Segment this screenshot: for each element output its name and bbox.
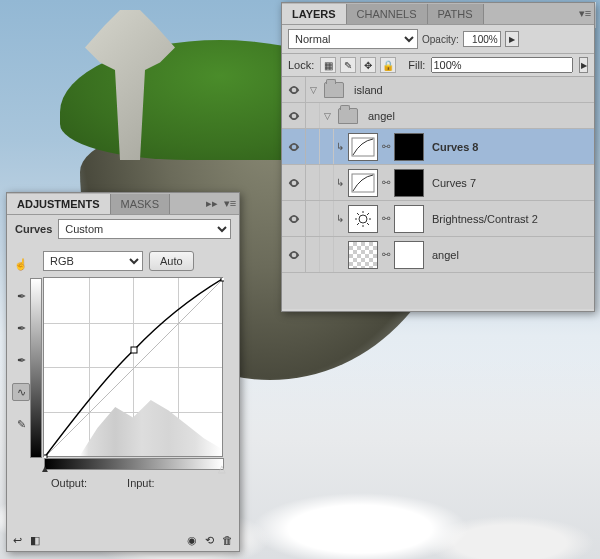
visibility-icon[interactable] — [282, 165, 306, 200]
link-icon[interactable]: ⚯ — [382, 249, 390, 260]
reset-icon[interactable]: ⟲ — [205, 534, 214, 547]
lock-label: Lock: — [288, 59, 314, 71]
input-label: Input: — [127, 477, 155, 489]
layer-curves8[interactable]: ↳ ⚯ Curves 8 — [282, 129, 594, 165]
opacity-input[interactable] — [463, 31, 501, 47]
fill-input[interactable] — [431, 57, 573, 73]
eyedropper-white-icon[interactable]: ✒ — [12, 351, 30, 369]
edit-points-icon[interactable]: ∿ — [12, 383, 30, 401]
tab-layers[interactable]: LAYERS — [282, 4, 347, 24]
curves-graph[interactable]: ▲ △ — [43, 277, 223, 457]
channel-select[interactable]: RGB — [43, 251, 143, 271]
auto-button[interactable]: Auto — [149, 251, 194, 271]
svg-line-10 — [357, 223, 359, 225]
eyedropper-gray-icon[interactable]: ✒ — [12, 319, 30, 337]
panel-menu-icon[interactable]: ▾≡ — [576, 7, 594, 20]
layers-tabbar: LAYERS CHANNELS PATHS ▾≡ — [282, 3, 594, 25]
adjustments-tabbar: ADJUSTMENTS MASKS ▸▸ ▾≡ — [7, 193, 239, 215]
layer-list: ▽ island ▽ angel ↳ ⚯ Curves 8 ↳ ⚯ — [282, 77, 594, 309]
targeted-adjust-icon[interactable]: ☝ — [12, 255, 30, 273]
lock-paint-icon[interactable]: ✎ — [340, 57, 356, 73]
fill-arrow-icon[interactable]: ▶ — [579, 57, 588, 73]
eyedropper-black-icon[interactable]: ✒ — [12, 287, 30, 305]
layer-curves7[interactable]: ↳ ⚯ Curves 7 — [282, 165, 594, 201]
folder-icon — [324, 82, 344, 98]
draw-curve-icon[interactable]: ✎ — [12, 415, 30, 433]
adjustment-title: Curves — [15, 223, 52, 235]
visibility-icon[interactable] — [282, 77, 306, 102]
visibility-icon[interactable] — [282, 129, 306, 164]
curve-line[interactable] — [44, 278, 224, 458]
link-icon[interactable]: ⚯ — [382, 213, 390, 224]
white-slider-icon[interactable]: △ — [218, 463, 226, 474]
svg-line-11 — [44, 278, 224, 458]
layer-name: Brightness/Contrast 2 — [432, 213, 538, 225]
preset-select[interactable]: Custom — [58, 219, 231, 239]
fill-label: Fill: — [408, 59, 425, 71]
visibility-icon[interactable] — [282, 103, 306, 128]
folder-icon — [338, 108, 358, 124]
collapse-icon[interactable]: ▸▸ — [203, 197, 221, 210]
lock-row: Lock: ▦ ✎ ✥ 🔒 Fill: ▶ — [282, 54, 594, 77]
layer-brightness[interactable]: ↳ ⚯ Brightness/Contrast 2 — [282, 201, 594, 237]
visibility-icon[interactable] — [282, 201, 306, 236]
clip-icon: ↳ — [336, 141, 344, 152]
svg-rect-1 — [352, 174, 374, 192]
return-arrow-icon[interactable]: ↩ — [13, 534, 22, 547]
layer-name: Curves 8 — [432, 141, 478, 153]
black-slider-icon[interactable]: ▲ — [40, 463, 50, 474]
svg-line-7 — [357, 213, 359, 215]
output-gradient — [30, 278, 42, 458]
clip-icon: ↳ — [336, 177, 344, 188]
layer-group-angel[interactable]: ▽ angel — [282, 103, 594, 129]
tab-adjustments[interactable]: ADJUSTMENTS — [7, 194, 111, 214]
trash-icon[interactable]: 🗑 — [222, 534, 233, 547]
mask-thumb[interactable] — [394, 133, 424, 161]
opacity-label: Opacity: — [422, 34, 459, 45]
tab-paths[interactable]: PATHS — [428, 4, 484, 24]
svg-rect-13 — [131, 347, 137, 353]
layer-options-row: Normal Opacity: ▶ — [282, 25, 594, 54]
svg-line-9 — [367, 213, 369, 215]
layer-group-island[interactable]: ▽ island — [282, 77, 594, 103]
layer-angel-pixels[interactable]: ↳ ⚯ angel — [282, 237, 594, 273]
layer-thumb[interactable] — [348, 241, 378, 269]
svg-rect-14 — [221, 278, 224, 281]
layers-panel: LAYERS CHANNELS PATHS ▾≡ Normal Opacity:… — [281, 2, 595, 312]
layer-name: angel — [432, 249, 459, 261]
mask-thumb[interactable] — [394, 241, 424, 269]
mask-thumb[interactable] — [394, 205, 424, 233]
blend-mode-select[interactable]: Normal — [288, 29, 418, 49]
mask-thumb[interactable] — [394, 169, 424, 197]
visibility-icon[interactable] — [282, 237, 306, 272]
clip-to-layer-icon[interactable]: ◧ — [30, 534, 40, 547]
io-readout: Output: Input: — [51, 477, 231, 489]
layer-name: island — [354, 84, 383, 96]
panel-menu-icon[interactable]: ▾≡ — [221, 197, 239, 210]
opacity-arrow-icon[interactable]: ▶ — [505, 31, 519, 47]
lock-all-icon[interactable]: 🔒 — [380, 57, 396, 73]
input-gradient — [44, 458, 224, 470]
svg-line-8 — [367, 223, 369, 225]
tab-channels[interactable]: CHANNELS — [347, 4, 428, 24]
lock-transparency-icon[interactable]: ▦ — [320, 57, 336, 73]
link-icon[interactable]: ⚯ — [382, 177, 390, 188]
clip-icon: ↳ — [336, 213, 344, 224]
adjustment-thumb-icon[interactable] — [348, 169, 378, 197]
lock-position-icon[interactable]: ✥ — [360, 57, 376, 73]
view-previous-icon[interactable]: ◉ — [187, 534, 197, 547]
tab-masks[interactable]: MASKS — [111, 194, 171, 214]
svg-rect-0 — [352, 138, 374, 156]
svg-point-2 — [359, 215, 367, 223]
layer-name: Curves 7 — [432, 177, 476, 189]
adjustment-thumb-icon[interactable] — [348, 205, 378, 233]
disclosure-icon[interactable]: ▽ — [306, 85, 320, 95]
disclosure-icon[interactable]: ▽ — [320, 111, 334, 121]
link-icon[interactable]: ⚯ — [382, 141, 390, 152]
output-label: Output: — [51, 477, 87, 489]
adjustment-thumb-icon[interactable] — [348, 133, 378, 161]
layer-name: angel — [368, 110, 395, 122]
adjustments-panel: ADJUSTMENTS MASKS ▸▸ ▾≡ Curves Custom ☝ … — [6, 192, 240, 552]
